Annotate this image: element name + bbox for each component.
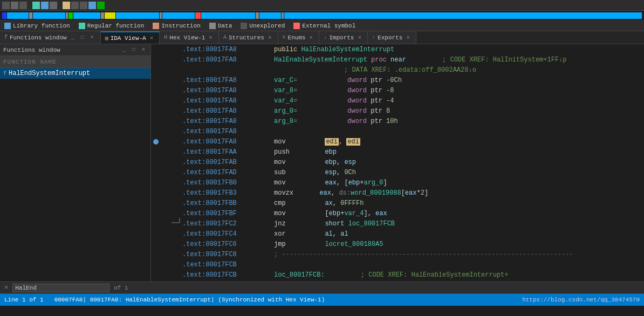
tab-enums[interactable]: ≡ Enums × [278, 31, 320, 44]
function-item-halend[interactable]: f HalEndSystemInterrupt [0, 68, 150, 79]
toolbar-icon-2[interactable] [11, 2, 18, 9]
functions-panel-title: Functions window [3, 47, 60, 53]
toolbar-icon-9[interactable] [80, 2, 87, 9]
search-input[interactable] [12, 284, 109, 292]
legend-label-instruction: Instruction [161, 23, 201, 29]
disasm-addr: .text:80017FA8 [182, 77, 252, 84]
tab-bar: f Functions window _ □ × ▦ IDA View-A × … [0, 31, 644, 44]
tab-exports-close[interactable]: × [405, 35, 412, 41]
legend-color-external [293, 23, 300, 29]
tab-functions-close[interactable]: × [88, 34, 96, 42]
legend-label-unexplored: Unexplored [249, 23, 285, 29]
disasm-addr: .text:80017FAB [182, 159, 252, 166]
legend-bar: Library function Regular function Instru… [0, 20, 644, 31]
functions-minimize-btn[interactable]: _ [120, 46, 128, 54]
disasm-addr: .text:80017FAA [182, 148, 252, 156]
color-segment [68, 12, 73, 19]
line-info: Line 1 of 1 [4, 297, 44, 303]
tab-hex-view[interactable]: H Hex View-1 × [160, 31, 219, 44]
bottom-area: × of 1 Line 1 of 1 00007FA8| 80017FA8: H… [0, 281, 644, 306]
disasm-content: mov eax, [ebp+arg_0] [274, 179, 387, 187]
disasm-separator-line: ; --------------------------------------… [274, 251, 573, 258]
disasm-addr: .text:80017FC4 [182, 230, 252, 238]
disasm-line-jnz: .text:80017FC2 jnz short loc_80017FCB [151, 218, 644, 229]
arrow-area [161, 218, 182, 230]
legend-label-library: Library function [13, 23, 70, 29]
disasm-addr: .text:80017FC8 [182, 251, 252, 258]
disasm-line-sub-esp: .text:80017FAD sub esp, 0Ch [151, 167, 644, 177]
tab-hex-close[interactable]: × [207, 35, 214, 41]
disasm-addr: .text:80017FCB [182, 261, 252, 269]
disasm-addr: .text:80017FA8 [182, 87, 252, 94]
disasm-line-dataxref: ; DATA XREF: .edata:off_8002AA28↓o [151, 65, 644, 75]
color-segment [284, 12, 642, 19]
tab-functions-restore[interactable]: □ [79, 34, 86, 42]
disasm-panel[interactable]: .text:80017FA8 public HalEnableSystemInt… [151, 44, 644, 281]
toolbar-icon-10[interactable] [88, 2, 96, 9]
tab-exports-icon: ↑ [372, 35, 375, 40]
disasm-line-mov-edi: .text:80017FA8 mov edi, edi [151, 136, 644, 147]
disasm-addr: .text:80017FA8 [182, 107, 252, 115]
disasm-content: mov edi, edi [274, 138, 360, 146]
tab-exports[interactable]: ↑ Exports × [368, 31, 416, 44]
legend-external: External symbol [293, 23, 355, 29]
tab-ida-icon: ▦ [105, 35, 108, 42]
disasm-line-separator: .text:80017FC8 ; -----------------------… [151, 249, 644, 259]
disasm-addr: .text:80017FA8 [182, 128, 252, 135]
disasm-addr: .text:80017FC2 [182, 220, 252, 228]
tab-functions-minimize[interactable]: _ [69, 34, 77, 42]
tab-imports-close[interactable]: × [356, 35, 363, 41]
legend-color-data [209, 23, 216, 29]
tab-ida-view[interactable]: ▦ IDA View-A × [101, 31, 160, 44]
disasm-addr: .text:80017FB3 [182, 189, 252, 197]
tab-structures[interactable]: A Structures × [219, 31, 278, 44]
color-segment [105, 12, 115, 19]
color-segment [160, 12, 162, 19]
disasm-addr: .text:80017FA8 [182, 118, 252, 125]
disasm-line-var4: .text:80017FA8 var_4 = dword ptr -4 [151, 95, 644, 106]
color-segment [195, 12, 201, 19]
disasm-content: jnz short loc_80017FCB [274, 220, 395, 228]
tab-hex-icon: H [164, 35, 167, 40]
disasm-line-mov-ebp-esp: .text:80017FAB mov ebp, esp [151, 157, 644, 167]
color-segment [73, 12, 100, 19]
color-segment [201, 12, 255, 19]
color-segment [2, 12, 6, 19]
toolbar-icon-6[interactable] [50, 2, 57, 9]
disasm-addr: .text:80017FA8 [182, 138, 252, 146]
toolbar-icon-7[interactable] [63, 2, 70, 9]
disasm-content: ; DATA XREF: .edata:off_8002AA28↓o [344, 66, 476, 74]
disasm-content: HalEnableSystemInterrupt proc near ; COD… [274, 56, 567, 64]
toolbar-icon-8[interactable] [71, 2, 79, 9]
toolbar-icon-4[interactable] [32, 2, 40, 9]
toolbar-icon-1[interactable] [2, 2, 10, 9]
functions-close-btn[interactable]: × [140, 46, 147, 54]
functions-restore-btn[interactable]: □ [130, 46, 138, 54]
toolbar-icon-3[interactable] [19, 2, 27, 9]
disasm-content: var_8 = dword ptr -8 [274, 87, 394, 94]
legend-label-data: Data [218, 23, 232, 29]
tab-functions-label: Functions window [10, 35, 67, 41]
dot-marker [153, 139, 159, 145]
disasm-line-jmp: .text:80017FC6 jmp locret_800180A5 [151, 239, 644, 249]
tab-enums-close[interactable]: × [308, 35, 315, 41]
disasm-line-public: .text:80017FA8 public HalEnableSystemInt… [151, 44, 644, 54]
toolbar-icon-5[interactable] [41, 2, 49, 9]
functions-search-input[interactable] [0, 56, 150, 68]
disasm-line-arg0: .text:80017FA8 arg_0 = dword ptr 8 [151, 106, 644, 116]
tab-imports[interactable]: ↓ Imports × [319, 31, 368, 44]
disasm-addr: .text:80017FC6 [182, 241, 252, 248]
tab-functions[interactable]: f Functions window _ □ × [0, 31, 101, 44]
highlight-edi-dest: edi [325, 138, 339, 146]
toolbar-icons [2, 2, 105, 9]
disasm-content: public HalEnableSystemInterrupt [274, 46, 394, 53]
disasm-addr: .text:80017FA8 [182, 56, 252, 64]
search-close-btn[interactable]: × [4, 284, 8, 292]
tab-ida-close[interactable]: × [148, 35, 155, 42]
tab-imports-label: Imports [329, 35, 354, 41]
tab-structures-close[interactable]: × [266, 35, 273, 41]
toolbar-icon-11[interactable] [97, 2, 105, 9]
legend-color-instruction [153, 23, 159, 29]
legend-label-external: External symbol [302, 23, 355, 29]
disasm-line-varc: .text:80017FA8 var_C = dword ptr -0Ch [151, 75, 644, 85]
